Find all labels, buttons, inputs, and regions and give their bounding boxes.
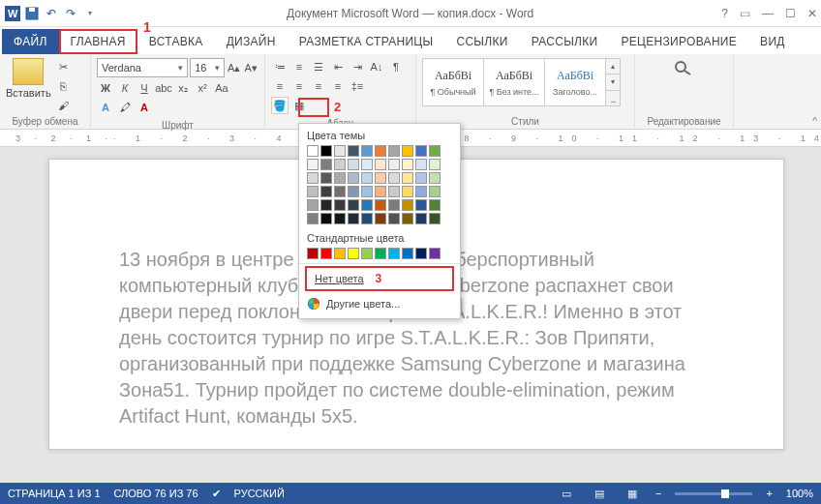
- color-swatch[interactable]: [402, 248, 413, 259]
- cut-icon[interactable]: ✂: [55, 58, 73, 75]
- tab-view[interactable]: ВИД: [748, 29, 797, 54]
- group-paragraph: ≔ ≡ ☰ ⇤ ⇥ A↓ ¶ ≡ ≡ ≡ ≡ ‡≡ 🪣 ▦ Абзац: [265, 54, 416, 129]
- justify-icon[interactable]: ≡: [329, 77, 347, 95]
- tab-file[interactable]: ФАЙЛ: [2, 29, 59, 54]
- more-colors-item[interactable]: Другие цвета...: [299, 293, 460, 314]
- color-swatch[interactable]: [320, 248, 332, 259]
- group-label-editing: Редактирование: [647, 114, 720, 127]
- font-size-combo[interactable]: 16▾: [190, 58, 225, 77]
- underline-icon[interactable]: Ч: [136, 79, 153, 97]
- format-painter-icon[interactable]: 🖌: [55, 97, 73, 114]
- text-effects-icon[interactable]: A: [97, 99, 114, 116]
- align-center-icon[interactable]: ≡: [290, 77, 308, 95]
- increase-indent-icon[interactable]: ⇥: [349, 58, 366, 75]
- web-layout-icon[interactable]: ▦: [623, 487, 642, 500]
- color-swatch[interactable]: [375, 248, 386, 259]
- zoom-out-icon[interactable]: −: [655, 488, 661, 499]
- change-case-icon[interactable]: Aa: [213, 79, 230, 97]
- svg-rect-3: [29, 8, 35, 12]
- strike-icon[interactable]: abc: [155, 79, 172, 97]
- bullets-icon[interactable]: ≔: [271, 58, 289, 75]
- copy-icon[interactable]: ⎘: [55, 77, 73, 95]
- paste-button[interactable]: Вставить: [6, 58, 51, 114]
- styles-scroll[interactable]: ▴ ▾ ⎯: [605, 58, 621, 106]
- tab-references[interactable]: ССЫЛКИ: [444, 29, 519, 54]
- color-swatch[interactable]: [320, 145, 332, 157]
- status-words[interactable]: СЛОВО 76 ИЗ 76: [114, 488, 198, 499]
- color-swatch[interactable]: [348, 145, 359, 157]
- save-icon[interactable]: [23, 5, 41, 22]
- bold-icon[interactable]: Ж: [97, 79, 114, 97]
- styles-more-icon[interactable]: ⎯: [606, 91, 620, 105]
- zoom-level[interactable]: 100%: [786, 488, 813, 499]
- close-icon[interactable]: ✕: [807, 7, 817, 20]
- shrink-font-icon[interactable]: A▾: [244, 59, 258, 76]
- align-left-icon[interactable]: ≡: [271, 77, 289, 95]
- tab-mailings[interactable]: РАССЫЛКИ: [520, 29, 610, 54]
- color-wheel-icon: [307, 297, 320, 311]
- color-swatch[interactable]: [402, 145, 413, 157]
- status-page[interactable]: СТРАНИЦА 1 ИЗ 1: [8, 488, 101, 499]
- theme-colors-header: Цвета темы: [299, 124, 460, 145]
- status-language[interactable]: РУССКИЙ: [234, 488, 285, 499]
- style-heading1[interactable]: АаБбВі Заголово...: [544, 58, 606, 106]
- minimize-icon[interactable]: —: [762, 7, 774, 20]
- qat-dropdown-icon[interactable]: ▾: [81, 5, 99, 22]
- show-marks-icon[interactable]: ¶: [387, 58, 405, 75]
- color-swatch[interactable]: [361, 145, 373, 157]
- proofing-icon[interactable]: ✔: [212, 488, 221, 500]
- zoom-slider[interactable]: [675, 492, 752, 495]
- highlight-icon[interactable]: 🖍: [116, 99, 134, 116]
- align-right-icon[interactable]: ≡: [310, 77, 327, 95]
- grow-font-icon[interactable]: A▴: [227, 59, 241, 76]
- color-swatch[interactable]: [375, 145, 386, 157]
- zoom-in-icon[interactable]: +: [766, 488, 772, 499]
- shading-icon[interactable]: 🪣: [271, 97, 289, 114]
- color-swatch[interactable]: [429, 145, 441, 157]
- italic-icon[interactable]: К: [116, 79, 134, 97]
- find-icon[interactable]: [671, 58, 698, 77]
- tab-design[interactable]: ДИЗАЙН: [215, 29, 288, 54]
- sort-icon[interactable]: A↓: [368, 58, 385, 75]
- ribbon-display-icon[interactable]: ▭: [740, 7, 750, 20]
- font-color-icon[interactable]: A: [136, 99, 153, 116]
- undo-icon[interactable]: ↶: [43, 5, 60, 22]
- color-swatch[interactable]: [361, 248, 373, 259]
- superscript-icon[interactable]: x²: [194, 79, 211, 97]
- tab-layout[interactable]: РАЗМЕТКА СТРАНИЦЫ: [288, 29, 445, 54]
- no-color-item[interactable]: Нет цвета 3: [305, 266, 454, 291]
- tab-home[interactable]: ГЛАВНАЯ: [59, 29, 137, 54]
- styles-down-icon[interactable]: ▾: [606, 74, 620, 90]
- color-swatch[interactable]: [334, 248, 346, 259]
- color-swatch[interactable]: [388, 248, 400, 259]
- color-swatch[interactable]: [307, 248, 319, 259]
- style-normal[interactable]: АаБбВі ¶ Обычный: [422, 58, 484, 106]
- numbering-icon[interactable]: ≡: [290, 58, 308, 75]
- maximize-icon[interactable]: ☐: [785, 7, 796, 20]
- help-icon[interactable]: ?: [721, 7, 728, 20]
- print-layout-icon[interactable]: ▤: [590, 487, 609, 500]
- tab-review[interactable]: РЕЦЕНЗИРОВАНИЕ: [609, 29, 748, 54]
- svg-point-4: [676, 62, 685, 72]
- color-swatch[interactable]: [348, 248, 359, 259]
- decrease-indent-icon[interactable]: ⇤: [329, 58, 347, 75]
- annotation-1: 1: [143, 19, 151, 35]
- color-swatch[interactable]: [415, 145, 427, 157]
- redo-icon[interactable]: ↷: [62, 5, 79, 22]
- line-spacing-icon[interactable]: ‡≡: [349, 77, 366, 95]
- font-name-combo[interactable]: Verdana▾: [97, 58, 188, 77]
- color-swatch[interactable]: [388, 145, 400, 157]
- style-no-spacing[interactable]: АаБбВі ¶ Без инте...: [483, 58, 545, 106]
- status-bar: СТРАНИЦА 1 ИЗ 1 СЛОВО 76 ИЗ 76 ✔ РУССКИЙ…: [0, 483, 821, 504]
- styles-up-icon[interactable]: ▴: [606, 59, 620, 74]
- read-mode-icon[interactable]: ▭: [557, 487, 576, 500]
- subscript-icon[interactable]: x₂: [174, 79, 192, 97]
- collapse-ribbon-icon[interactable]: ^: [812, 116, 817, 127]
- color-swatch[interactable]: [415, 248, 427, 259]
- annotation-2: 2: [334, 100, 341, 114]
- multilevel-icon[interactable]: ☰: [310, 58, 327, 75]
- ribbon: Вставить ✂ ⎘ 🖌 Буфер обмена Verdana▾ 16▾…: [0, 54, 821, 130]
- color-swatch[interactable]: [334, 145, 346, 157]
- color-swatch[interactable]: [307, 145, 319, 157]
- color-swatch[interactable]: [429, 248, 441, 259]
